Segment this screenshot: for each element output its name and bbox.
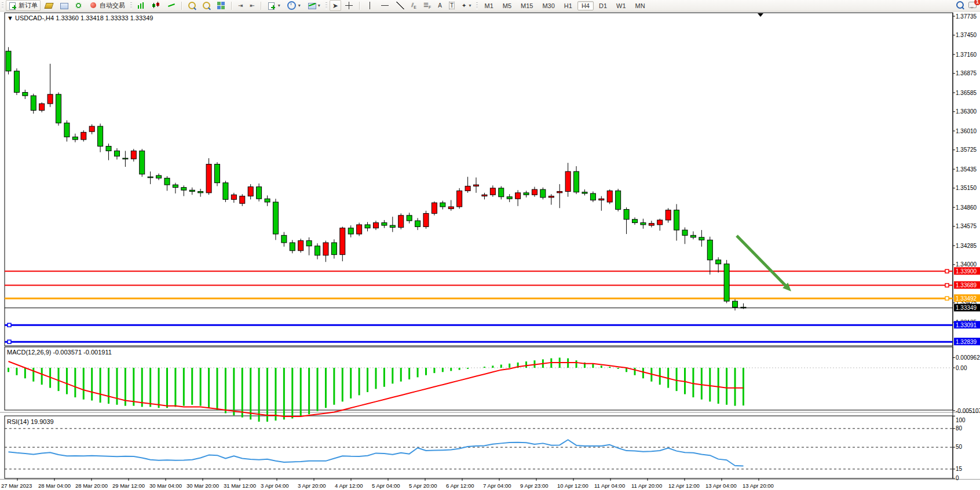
text-button[interactable]: A xyxy=(435,0,445,11)
new-order-icon xyxy=(9,2,17,9)
timeframe-d1[interactable]: D1 xyxy=(595,1,611,10)
candle-body xyxy=(382,223,387,226)
time-axis-label: 13 Apr 20:00 xyxy=(743,482,774,489)
candle-body xyxy=(515,193,521,199)
level-line-handle[interactable] xyxy=(945,284,949,287)
timeframe-m15[interactable]: M15 xyxy=(517,1,537,10)
label-button[interactable]: T xyxy=(446,0,458,11)
templates-button[interactable]: ▾ xyxy=(305,0,323,11)
auto-scroll-button[interactable]: ⇥ xyxy=(235,0,246,11)
cursor-button[interactable]: ➤ xyxy=(330,0,341,11)
candle-body xyxy=(357,225,362,234)
panel-frame xyxy=(5,13,953,346)
candle-body xyxy=(340,228,345,255)
level-line-handle[interactable] xyxy=(945,269,949,273)
panel-splitter[interactable] xyxy=(0,412,980,413)
chat-button[interactable]: 1 xyxy=(968,2,977,9)
chart-shift-button[interactable]: ⇤ xyxy=(247,0,257,11)
candle-body xyxy=(557,192,562,193)
candle-body xyxy=(532,189,537,195)
timeframe-m1[interactable]: M1 xyxy=(480,1,497,10)
candle-body xyxy=(599,199,604,200)
rsi-label: RSI(14) 19.9039 xyxy=(7,418,54,425)
mt4-window: { "toolbar": { "new_order_label": "新订单",… xyxy=(0,0,980,490)
candle-body xyxy=(407,215,412,221)
timeframe-m5[interactable]: M5 xyxy=(499,1,515,10)
arrows-button[interactable]: ✦▾ xyxy=(459,0,474,11)
candle-body xyxy=(649,224,654,225)
candlestick-chart-icon xyxy=(152,2,160,9)
candle-body xyxy=(47,94,53,104)
data-window-button[interactable] xyxy=(57,0,71,11)
candle-body xyxy=(14,71,19,93)
timeframe-h4[interactable]: H4 xyxy=(577,1,594,10)
signals-button[interactable] xyxy=(72,0,86,11)
time-axis-label: 29 Mar 12:00 xyxy=(112,482,145,489)
crosshair-button[interactable] xyxy=(342,0,356,11)
zoom-out-button[interactable] xyxy=(200,0,213,11)
level-line-handle[interactable] xyxy=(8,323,11,327)
candlestick-chart-button[interactable] xyxy=(149,0,163,11)
bar-chart-button[interactable] xyxy=(134,0,148,11)
candle-body xyxy=(148,177,153,178)
candle-body xyxy=(607,191,612,202)
label-icon: T xyxy=(449,2,455,9)
tile-windows-button[interactable] xyxy=(214,0,228,11)
new-order-button[interactable]: 新订单 xyxy=(6,0,41,11)
trendline-button[interactable] xyxy=(393,0,407,11)
chart-window[interactable]: 1.377351.374501.371601.368751.365851.363… xyxy=(0,12,980,490)
candle-body xyxy=(298,241,303,251)
candle-body xyxy=(482,195,487,196)
candle-body xyxy=(331,243,337,255)
candle-body xyxy=(23,92,28,96)
zoom-in-icon xyxy=(188,2,196,9)
candle-body xyxy=(39,104,45,110)
time-axis-label: 30 Mar 04:00 xyxy=(149,482,182,489)
level-line-handle[interactable] xyxy=(8,340,11,343)
rsi-axis-label: 100 xyxy=(956,417,966,423)
time-axis-label: 13 Apr 04:00 xyxy=(705,482,737,489)
level-line-handle[interactable] xyxy=(945,297,949,300)
candle-body xyxy=(323,243,328,255)
timeframe-m30[interactable]: M30 xyxy=(538,1,558,10)
candle-body xyxy=(415,221,420,226)
panel-splitter[interactable] xyxy=(0,479,980,480)
horizontal-line-button[interactable] xyxy=(378,0,392,11)
timeframe-h1[interactable]: H1 xyxy=(560,1,576,10)
text-icon: A xyxy=(438,2,442,9)
rsi-axis-label: 80 xyxy=(956,425,963,432)
candle-body xyxy=(265,199,270,202)
level-price-label: 1.33091 xyxy=(956,322,977,328)
auto-scroll-icon: ⇥ xyxy=(238,2,243,9)
horizontal-line-icon xyxy=(381,2,389,9)
market-watch-button[interactable] xyxy=(42,0,56,11)
price-chart[interactable]: 1.377351.374501.371601.368751.365851.363… xyxy=(0,12,980,490)
channel-button[interactable]: ⫽E xyxy=(408,0,419,11)
rsi-axis-label: 15 xyxy=(956,466,963,472)
indicators-button[interactable]: ▾ xyxy=(265,0,283,11)
bid-price-label: 1.33349 xyxy=(956,305,977,311)
time-axis-label: 31 Mar 12:00 xyxy=(224,482,256,489)
candle-body xyxy=(131,151,136,159)
candle-body xyxy=(56,94,61,123)
fibonacci-icon: ☰F xyxy=(423,2,431,9)
toolbar-grip[interactable] xyxy=(2,2,3,9)
price-tick-label: 1.37160 xyxy=(956,52,977,58)
vertical-line-button[interactable] xyxy=(363,0,377,11)
panel-frame xyxy=(5,347,953,410)
zoom-in-button[interactable] xyxy=(185,0,199,11)
time-axis-label: 3 Apr 04:00 xyxy=(261,482,289,489)
price-tick-label: 1.34285 xyxy=(956,243,977,249)
candle-body xyxy=(716,260,721,264)
candle-body xyxy=(682,230,688,235)
candle-body xyxy=(215,164,220,182)
candle-body xyxy=(733,301,738,307)
fibonacci-button[interactable]: ☰F xyxy=(420,0,434,11)
line-chart-button[interactable] xyxy=(164,0,178,11)
timeframe-w1[interactable]: W1 xyxy=(612,1,630,10)
candle-body xyxy=(540,189,546,198)
timeframe-mn[interactable]: MN xyxy=(631,1,649,10)
search-button[interactable] xyxy=(956,1,964,10)
periods-button[interactable]: ▾ xyxy=(284,0,303,11)
autotrading-button[interactable]: 自动交易 xyxy=(87,0,128,11)
